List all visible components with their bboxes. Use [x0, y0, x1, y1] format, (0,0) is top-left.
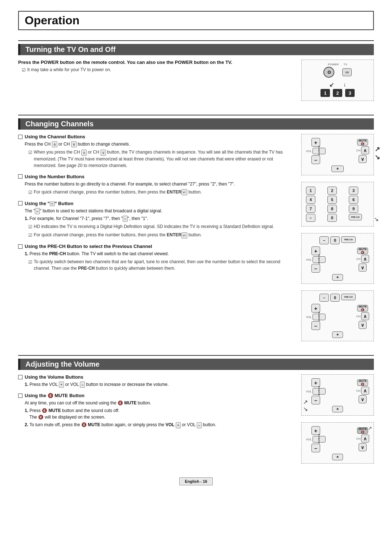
number-buttons-text: Press the number buttons to go directly …	[25, 181, 294, 187]
section-title-volume: Adjusting the Volume	[18, 359, 374, 370]
source-v1[interactable]: SOURCE	[313, 388, 326, 395]
ch-remote-1: + VOL SOURCE – MUTE 🔇 CH ∧	[301, 134, 374, 175]
source-v2[interactable]: SOURCE	[313, 436, 326, 443]
prech-numbered-1: 1. Press the PRE-CH button. The TV will …	[25, 250, 294, 257]
zero-btn-2[interactable]: 0	[330, 294, 340, 302]
dash-button-body: The "–" button is used to select station…	[25, 208, 294, 239]
source-horiz-btn[interactable]: ⊕	[331, 166, 344, 172]
power-button[interactable]: ⏻	[323, 67, 334, 78]
channels-diagram-col: + VOL SOURCE – MUTE 🔇 CH ∧	[301, 134, 374, 345]
ch-remote-3: – 0 PRE-CH + VOL SOURCE –	[301, 233, 374, 284]
vol-label-v1: VOL	[306, 390, 312, 393]
volume-remote-group: + VOL SOURCE – MUTE 🔇 CH ∧	[301, 374, 374, 467]
enter-v1[interactable]: ⊕	[332, 406, 343, 412]
num-1[interactable]: 1	[306, 187, 315, 195]
ch-down-btn-2[interactable]: ∨	[359, 264, 367, 272]
zero-btn-1[interactable]: 0	[330, 236, 340, 244]
mute-arrow: ↗	[368, 425, 372, 431]
dash-btn-2[interactable]: –	[319, 294, 329, 302]
dash-button-label: Using the "–" Button	[25, 201, 73, 206]
enter-btn-3[interactable]: ⊕	[332, 331, 343, 338]
prech-body: 1. Press the PRE-CH button. The TV will …	[25, 250, 294, 272]
channels-text-col: Using the Channel Buttons Press the CH ∧…	[18, 134, 294, 277]
mute-btn-3[interactable]: MUTE 🔇	[357, 305, 368, 311]
mute-numbered-1: 1. Press 🔇 MUTE button and the sound cut…	[25, 407, 294, 420]
ch-label-2: CH	[356, 257, 360, 261]
prech-btn-1[interactable]: PRE-CH	[341, 236, 356, 243]
prech-title: Using the PRE-CH Button to select the Pr…	[18, 244, 294, 249]
num-5[interactable]: 5	[327, 196, 337, 204]
ch-up-btn-3[interactable]: ∧	[361, 312, 369, 320]
vol-label-1: VOL	[306, 150, 312, 153]
vol-minus-v1[interactable]: –	[311, 396, 320, 404]
ch-up-v2[interactable]: ∧	[361, 435, 369, 443]
num-dash[interactable]: –	[306, 214, 315, 222]
source-btn-2[interactable]: SOURCE	[313, 256, 326, 263]
mute-btn-1[interactable]: MUTE 🔇	[357, 139, 368, 146]
vol-minus-btn-2[interactable]: –	[311, 264, 320, 273]
source-btn-1[interactable]: SOURCE	[313, 148, 326, 154]
number-buttons-note: ☑ For quick channel change, press the nu…	[28, 189, 294, 196]
num-2[interactable]: 2	[327, 187, 337, 195]
num-8[interactable]: 8	[327, 205, 337, 213]
num-6[interactable]: 6	[349, 196, 358, 204]
mute-v1[interactable]: MUTE 🔇	[357, 379, 368, 386]
power-badge-row: 1 2 3	[305, 89, 371, 97]
num-9[interactable]: 9	[349, 205, 358, 213]
turning-note-text: It may take a while for your TV to power…	[27, 67, 111, 72]
enter-btn-2[interactable]: ⊕	[332, 274, 343, 281]
tv-button[interactable]: ▭	[342, 68, 352, 76]
ch-label-v1: CH	[356, 389, 360, 392]
ch-up-btn-2[interactable]: ∧	[361, 255, 369, 263]
badge-2: 2	[333, 89, 342, 97]
num-7[interactable]: 7	[306, 205, 315, 213]
num-4[interactable]: 4	[306, 196, 315, 204]
subsection-channel-buttons: Using the Channel Buttons Press the CH ∧…	[18, 134, 294, 169]
prech-label: Using the PRE-CH Button to select the Pr…	[25, 244, 152, 249]
prech-btn-2[interactable]: PRE-CH	[341, 294, 356, 300]
ch-remote-4: – 0 PRE-CH + VOL SOURCE –	[301, 290, 374, 341]
badge-3: 3	[345, 89, 355, 97]
volume-text-col: Using the Volume Buttons 1. Press the VO…	[18, 374, 294, 433]
section-adjusting-volume: Adjusting the Volume Using the Volume Bu…	[18, 355, 374, 467]
ch-up-v1[interactable]: ∧	[361, 387, 369, 395]
dash-numbered-1: 1. For example, for Channel "7-1", press…	[25, 215, 294, 222]
mute-text: At any time, you can cut off the sound u…	[25, 400, 294, 406]
volume-buttons-body: 1. Press the VOL + or VOL – button to in…	[25, 381, 294, 388]
vol-minus-btn-3[interactable]: –	[311, 321, 320, 330]
ch-up-btn-1[interactable]: ∧	[361, 146, 369, 154]
volume-diagram-col: + VOL SOURCE – MUTE 🔇 CH ∧	[301, 374, 374, 467]
subsection-number-buttons: Using the Number Buttons Press the numbe…	[18, 174, 294, 196]
ch-label-1: CH	[356, 149, 360, 152]
subsection-mute-button: Using the 🔇 MUTE Button At any time, you…	[18, 393, 294, 428]
enter-v2[interactable]: ⊕	[332, 454, 343, 460]
ch-down-btn-1[interactable]: ∨	[359, 155, 367, 163]
source-btn-3[interactable]: SOURCE	[313, 314, 326, 320]
number-buttons-label: Using the Number Buttons	[25, 174, 85, 179]
subsection-volume-buttons: Using the Volume Buttons 1. Press the VO…	[18, 374, 294, 388]
prech-btn-pad[interactable]: PRE-CH	[349, 214, 362, 220]
mute-btn-2[interactable]: MUTE 🔇	[357, 248, 368, 254]
volume-buttons-label: Using the Volume Buttons	[25, 374, 83, 380]
vol-minus-v2[interactable]: –	[311, 444, 320, 452]
checkbox-icon-4	[18, 244, 23, 249]
arrow-1: ↙	[329, 81, 334, 88]
vol-minus-btn-1[interactable]: –	[311, 155, 320, 164]
dash-button-text: The "–" button is used to select station…	[25, 208, 294, 214]
ch-down-v1[interactable]: ∨	[359, 395, 367, 403]
checkbox-icon-1	[18, 135, 23, 139]
ch-label-3: CH	[356, 315, 360, 318]
num-0[interactable]: 0	[327, 214, 337, 222]
prech-note: ☑ To quickly switch between two channels…	[28, 258, 294, 272]
dash-btn-1[interactable]: –	[319, 236, 329, 244]
ch-down-v2[interactable]: ∨	[359, 443, 367, 451]
turning-text-col: Press the POWER button on the remote con…	[18, 60, 294, 74]
checkbox-icon-2	[18, 174, 23, 179]
subsection-prech: Using the PRE-CH Button to select the Pr…	[18, 244, 294, 272]
turning-note-1: ☑ It may take a while for your TV to pow…	[22, 67, 294, 73]
ch-down-btn-3[interactable]: ∨	[359, 321, 367, 329]
num-3[interactable]: 3	[349, 187, 358, 195]
mute-v2[interactable]: MUTE 🔇	[357, 427, 368, 434]
power-number-row: ↙ ↓	[305, 78, 371, 88]
page-footer: English - 16	[179, 477, 213, 485]
